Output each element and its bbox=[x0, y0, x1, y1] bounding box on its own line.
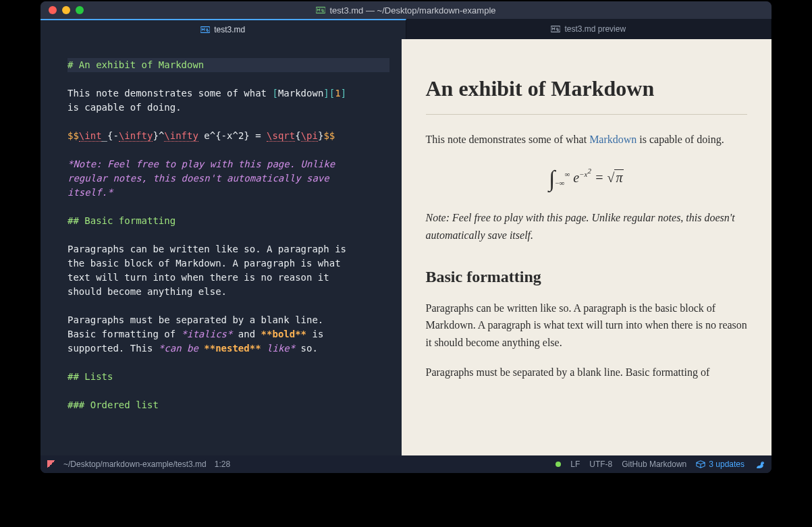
file-icon bbox=[47, 460, 55, 468]
git-status-icon bbox=[556, 462, 561, 467]
status-grammar[interactable]: GitHub Markdown bbox=[622, 460, 686, 469]
window-title-text: test3.md — ~/Desktop/markdown-example bbox=[329, 5, 495, 16]
status-cursor-position[interactable]: 1:28 bbox=[215, 460, 230, 469]
markdown-icon bbox=[200, 25, 210, 34]
preview-equation: ∫−∞∞ e−x2 = √π bbox=[426, 161, 748, 197]
preview-paragraph: Paragraphs must be separated by a blank … bbox=[426, 364, 748, 381]
preview-h2: Basic formatting bbox=[426, 264, 748, 289]
status-updates[interactable]: 3 updates bbox=[696, 460, 745, 469]
tab-source[interactable]: test3.md bbox=[40, 19, 406, 39]
source-editor[interactable]: # An exhibit of Markdown This note demon… bbox=[40, 39, 402, 455]
preview-h1: An exhibit of Markdown bbox=[426, 72, 748, 106]
tab-bar: test3.md test3.md preview bbox=[40, 19, 772, 39]
markdown-file-icon bbox=[316, 5, 325, 15]
status-line-ending[interactable]: LF bbox=[570, 460, 580, 469]
package-icon bbox=[696, 460, 705, 469]
status-filepath[interactable]: ~/Desktop/markdown-example/test3.md bbox=[63, 460, 207, 469]
split-panes: # An exhibit of Markdown This note demon… bbox=[40, 39, 772, 455]
tab-preview[interactable]: test3.md preview bbox=[406, 19, 772, 39]
status-git-indicator[interactable] bbox=[556, 462, 561, 467]
window-title: test3.md — ~/Desktop/markdown-example bbox=[40, 5, 772, 16]
markdown-icon bbox=[551, 24, 560, 34]
markdown-preview[interactable]: An exhibit of Markdown This note demonst… bbox=[402, 39, 772, 455]
preview-link-markdown[interactable]: Markdown bbox=[589, 134, 637, 145]
editor-note: *Note: Feel free to play with this page.… bbox=[67, 159, 335, 169]
editor-heading1: # An exhibit of Markdown bbox=[67, 59, 204, 70]
editor-heading2: ## Basic formatting bbox=[67, 215, 175, 226]
preview-paragraph: Paragraphs can be written like so. A par… bbox=[426, 300, 748, 352]
preview-note: Note: Feel free to play with this page. … bbox=[426, 209, 748, 244]
tab-label: test3.md bbox=[214, 25, 245, 34]
preview-divider bbox=[426, 114, 748, 115]
tab-label: test3.md preview bbox=[564, 24, 626, 34]
status-squirrel-icon[interactable] bbox=[754, 459, 765, 470]
editor-heading-lists: ## Lists bbox=[67, 371, 113, 382]
status-file-icon[interactable] bbox=[47, 460, 55, 468]
editor-window: test3.md — ~/Desktop/markdown-example te… bbox=[40, 1, 772, 473]
titlebar[interactable]: test3.md — ~/Desktop/markdown-example bbox=[40, 1, 772, 19]
status-bar: ~/Desktop/markdown-example/test3.md 1:28… bbox=[40, 455, 772, 473]
status-encoding[interactable]: UTF-8 bbox=[589, 460, 612, 469]
editor-text: This note demonstrates some of what bbox=[67, 88, 272, 99]
editor-heading-ordered: ### Ordered list bbox=[67, 399, 159, 410]
editor-text: is capable of doing. bbox=[67, 102, 182, 113]
preview-paragraph: This note demonstrates some of what Mark… bbox=[426, 131, 748, 148]
